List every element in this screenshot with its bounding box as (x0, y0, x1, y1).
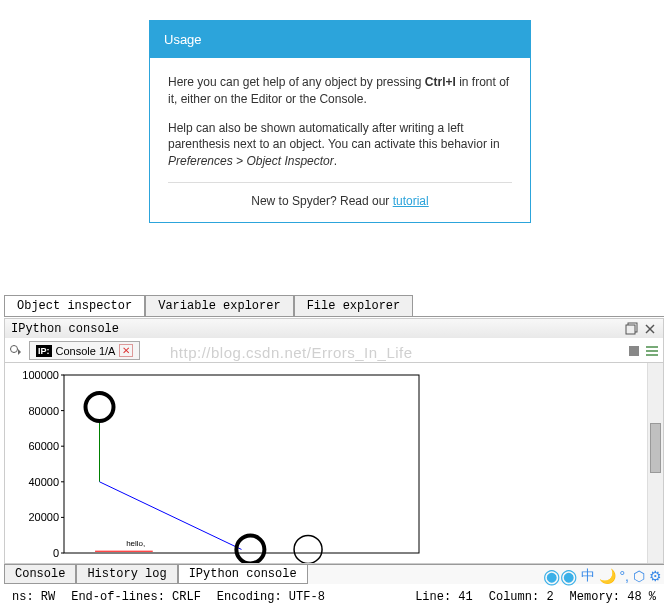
svg-text:80000: 80000 (28, 405, 59, 417)
upper-tabs: Object inspector Variable explorer File … (4, 295, 664, 317)
options-icon[interactable] (645, 344, 659, 358)
status-memory: Memory: 48 % (562, 590, 664, 604)
pane-title: IPython console (11, 322, 119, 336)
svg-text:60000: 60000 (28, 440, 59, 452)
usage-card: Usage Here you can get help of any objec… (149, 20, 531, 223)
usage-text: . (334, 154, 337, 168)
svg-rect-7 (646, 350, 658, 352)
svg-rect-8 (646, 354, 658, 356)
svg-rect-6 (646, 346, 658, 348)
svg-point-25 (86, 393, 114, 421)
usage-body: Here you can get help of any object by p… (150, 58, 530, 222)
status-bar: ns: RW End-of-lines: CRLF Encoding: UTF-… (0, 588, 668, 606)
usage-title: Usage (150, 21, 530, 58)
usage-footer: New to Spyder? Read our tutorial (168, 182, 512, 210)
console-tab[interactable]: IP: Console 1/A ✕ (29, 341, 140, 360)
cloud-icon[interactable]: °, (620, 568, 630, 584)
stop-icon[interactable] (627, 344, 641, 358)
settings-gear-icon[interactable]: ⚙ (649, 568, 662, 584)
restore-icon[interactable] (625, 322, 639, 336)
usage-text: Here you can get help of any object by p… (168, 75, 425, 89)
svg-rect-9 (64, 375, 419, 553)
console-tab-prefix: IP: (36, 345, 52, 357)
moon-icon[interactable]: 🌙 (599, 568, 616, 584)
tab-history-log[interactable]: History log (76, 565, 177, 584)
svg-text:100000: 100000 (22, 369, 59, 381)
tab-file-explorer[interactable]: File explorer (294, 295, 414, 316)
tutorial-link[interactable]: tutorial (393, 194, 429, 208)
usage-key: Ctrl+I (425, 75, 456, 89)
status-permissions: ns: RW (4, 590, 63, 604)
owl-icon[interactable]: ◉◉ (543, 564, 577, 588)
svg-text:hello,: hello, (126, 539, 145, 548)
status-eol: End-of-lines: CRLF (63, 590, 209, 604)
console-tab-row: IP: Console 1/A ✕ (4, 338, 664, 363)
svg-text:0: 0 (53, 547, 59, 559)
vertical-scrollbar[interactable] (647, 363, 663, 563)
svg-text:20000: 20000 (28, 511, 59, 523)
gear-menu-icon[interactable] (9, 344, 23, 358)
svg-rect-5 (629, 346, 639, 356)
tab-object-inspector[interactable]: Object inspector (4, 295, 145, 316)
svg-point-27 (294, 535, 322, 563)
ime-icon[interactable]: 中 (581, 567, 595, 585)
plot-area: 020000400006000080000100000hello, (4, 362, 664, 564)
usage-para-2: Help can also be shown automatically aft… (168, 120, 512, 170)
usage-pref-path: Preferences > Object Inspector (168, 154, 334, 168)
usage-footer-text: New to Spyder? Read our (251, 194, 392, 208)
console-tab-label: Console 1/A (56, 345, 116, 357)
status-encoding: Encoding: UTF-8 (209, 590, 333, 604)
shirt-icon[interactable]: ⬡ (633, 568, 645, 584)
svg-line-23 (100, 482, 242, 550)
tab-console[interactable]: Console (4, 565, 76, 584)
svg-point-4 (11, 345, 18, 352)
close-icon[interactable] (643, 322, 657, 336)
tab-ipython-console[interactable]: IPython console (178, 565, 308, 584)
svg-text:40000: 40000 (28, 476, 59, 488)
scrollbar-thumb[interactable] (650, 423, 661, 473)
usage-text: Help can also be shown automatically aft… (168, 121, 500, 152)
status-column: Column: 2 (481, 590, 562, 604)
tab-variable-explorer[interactable]: Variable explorer (145, 295, 293, 316)
plot-svg: 020000400006000080000100000hello, (9, 367, 429, 564)
usage-para-1: Here you can get help of any object by p… (168, 74, 512, 108)
tray-icons: ◉◉ 中 🌙 °, ⬡ ⚙ (543, 564, 663, 588)
pane-title-bar: IPython console (4, 318, 664, 340)
console-tab-close-icon[interactable]: ✕ (119, 344, 133, 357)
status-line: Line: 41 (407, 590, 481, 604)
svg-rect-1 (626, 325, 635, 334)
